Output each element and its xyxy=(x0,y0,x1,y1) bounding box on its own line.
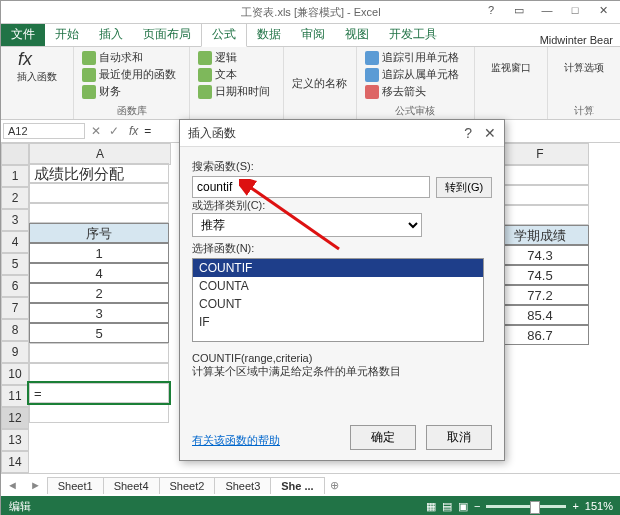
logical-button[interactable]: 逻辑 xyxy=(196,49,277,66)
cancel-edit-icon[interactable]: ✕ xyxy=(87,124,105,138)
enter-edit-icon[interactable]: ✓ xyxy=(105,124,123,138)
row-header[interactable]: 2 xyxy=(1,187,29,209)
cell[interactable] xyxy=(29,183,169,203)
cell-a4-header[interactable]: 序号 xyxy=(29,223,169,243)
row-header[interactable]: 7 xyxy=(1,297,29,319)
autosum-button[interactable]: 自动求和 xyxy=(80,49,183,66)
view-page-icon[interactable]: ▤ xyxy=(442,500,452,513)
zoom-level[interactable]: 151% xyxy=(585,500,613,512)
user-name[interactable]: Midwinter Bear xyxy=(540,34,613,46)
cell-f4-header[interactable]: 学期成绩 xyxy=(491,225,589,245)
formula-input[interactable]: = xyxy=(144,124,151,138)
defined-names-button[interactable]: 定义的名称 xyxy=(292,76,347,91)
ok-button[interactable]: 确定 xyxy=(350,425,416,450)
sheet-tab[interactable]: Sheet1 xyxy=(47,477,104,494)
help-link[interactable]: 有关该函数的帮助 xyxy=(192,433,280,448)
tab-view[interactable]: 视图 xyxy=(335,23,379,46)
row-header[interactable]: 13 xyxy=(1,429,29,451)
tab-review[interactable]: 审阅 xyxy=(291,23,335,46)
ribbon-opts-icon[interactable]: ▭ xyxy=(505,1,533,19)
cell[interactable] xyxy=(491,165,589,185)
datetime-button[interactable]: 日期和时间 xyxy=(196,83,277,100)
row-header[interactable]: 11 xyxy=(1,385,29,407)
name-box[interactable]: A12 xyxy=(3,123,85,139)
select-all[interactable] xyxy=(1,143,29,165)
financial-button[interactable]: 财务 xyxy=(80,83,183,100)
row-header[interactable]: 10 xyxy=(1,363,29,385)
cell[interactable]: 77.2 xyxy=(491,285,589,305)
view-normal-icon[interactable]: ▦ xyxy=(426,500,436,513)
tab-dev[interactable]: 开发工具 xyxy=(379,23,447,46)
cell[interactable]: 74.5 xyxy=(491,265,589,285)
row-header[interactable]: 5 xyxy=(1,253,29,275)
watch-window-button[interactable]: 监视窗口 xyxy=(491,61,531,75)
zoom-in-icon[interactable]: + xyxy=(572,500,578,512)
remove-arrows-button[interactable]: 移去箭头 xyxy=(363,83,468,100)
row-header[interactable]: 8 xyxy=(1,319,29,341)
function-list[interactable]: COUNTIF COUNTA COUNT IF xyxy=(192,258,484,342)
recent-button[interactable]: 最近使用的函数 xyxy=(80,66,183,83)
sheet-tab[interactable]: Sheet4 xyxy=(103,477,160,494)
tab-insert[interactable]: 插入 xyxy=(89,23,133,46)
list-item[interactable]: COUNTIF xyxy=(193,259,483,277)
cell[interactable]: 2 xyxy=(29,283,169,303)
tab-formulas[interactable]: 公式 xyxy=(201,22,247,47)
tab-file[interactable]: 文件 xyxy=(1,23,45,46)
row-header[interactable]: 14 xyxy=(1,451,29,473)
zoom-slider[interactable] xyxy=(486,505,566,508)
sheet-nav-prev-icon[interactable]: ◄ xyxy=(1,479,24,491)
dialog-help-icon[interactable]: ? xyxy=(464,125,472,141)
list-item[interactable]: COUNTA xyxy=(193,277,483,295)
zoom-out-icon[interactable]: − xyxy=(474,500,480,512)
search-input[interactable] xyxy=(192,176,430,198)
sheet-tab[interactable]: She ... xyxy=(270,477,324,494)
cell[interactable] xyxy=(29,403,169,423)
row-header[interactable]: 12 xyxy=(1,407,29,429)
cell-a1[interactable]: 成绩比例分配 xyxy=(29,163,169,183)
help-icon[interactable]: ? xyxy=(477,1,505,19)
tab-home[interactable]: 开始 xyxy=(45,23,89,46)
cell[interactable] xyxy=(29,203,169,223)
cell[interactable]: 3 xyxy=(29,303,169,323)
close-icon[interactable]: ✕ xyxy=(589,1,617,19)
fx-icon[interactable]: fx xyxy=(123,124,144,138)
new-sheet-icon[interactable]: ⊕ xyxy=(324,479,345,492)
cell[interactable]: 5 xyxy=(29,323,169,343)
category-select[interactable]: 推荐 xyxy=(192,213,422,237)
minimize-icon[interactable]: — xyxy=(533,1,561,19)
cell[interactable]: 1 xyxy=(29,243,169,263)
go-button[interactable]: 转到(G) xyxy=(436,177,492,198)
cancel-button[interactable]: 取消 xyxy=(426,425,492,450)
text-button[interactable]: 文本 xyxy=(196,66,277,83)
sheet-tab[interactable]: Sheet3 xyxy=(214,477,271,494)
trace-precedents-button[interactable]: 追踪引用单元格 xyxy=(363,49,468,66)
row-header[interactable]: 9 xyxy=(1,341,29,363)
cell[interactable] xyxy=(491,185,589,205)
trace-dependents-button[interactable]: 追踪从属单元格 xyxy=(363,66,468,83)
col-header-a[interactable]: A xyxy=(29,143,171,165)
insert-function-icon[interactable]: fx xyxy=(7,49,43,70)
calc-options-button[interactable]: 计算选项 xyxy=(564,61,604,75)
row-header[interactable]: 4 xyxy=(1,231,29,253)
tab-data[interactable]: 数据 xyxy=(247,23,291,46)
dialog-close-icon[interactable]: ✕ xyxy=(484,125,496,141)
cell[interactable]: 86.7 xyxy=(491,325,589,345)
col-header-f[interactable]: F xyxy=(491,143,589,165)
cell[interactable] xyxy=(29,343,169,363)
sheet-tab[interactable]: Sheet2 xyxy=(159,477,216,494)
list-item[interactable]: COUNT xyxy=(193,295,483,313)
tab-layout[interactable]: 页面布局 xyxy=(133,23,201,46)
row-header[interactable]: 3 xyxy=(1,209,29,231)
row-header[interactable]: 1 xyxy=(1,165,29,187)
row-header[interactable]: 6 xyxy=(1,275,29,297)
view-break-icon[interactable]: ▣ xyxy=(458,500,468,513)
cell[interactable] xyxy=(29,363,169,383)
list-item[interactable]: IF xyxy=(193,313,483,331)
cell[interactable]: 85.4 xyxy=(491,305,589,325)
cell[interactable] xyxy=(491,205,589,225)
maximize-icon[interactable]: □ xyxy=(561,1,589,19)
cell[interactable]: 4 xyxy=(29,263,169,283)
cell-a12-selected[interactable]: = xyxy=(29,383,169,403)
cell[interactable]: 74.3 xyxy=(491,245,589,265)
sheet-nav-next-icon[interactable]: ► xyxy=(24,479,47,491)
